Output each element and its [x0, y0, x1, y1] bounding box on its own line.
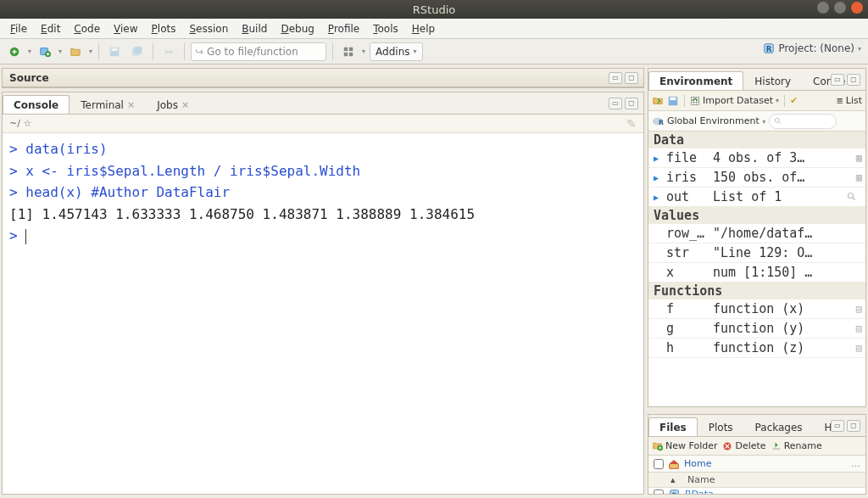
- environment-content[interactable]: Data ▶file 4 obs. of 3… ▦ ▶iris 150 obs.…: [648, 131, 865, 406]
- list-mode-button[interactable]: ≣ List: [836, 95, 862, 106]
- close-icon[interactable]: ×: [181, 99, 189, 110]
- env-min-icon[interactable]: ▭: [831, 74, 844, 86]
- source-min-icon[interactable]: ▭: [609, 72, 622, 84]
- menu-build[interactable]: Build: [236, 20, 272, 37]
- env-row-h[interactable]: h function (z) ▤: [648, 339, 865, 358]
- minimize-button[interactable]: [817, 2, 829, 14]
- env-row-f[interactable]: f function (x) ▤: [648, 299, 865, 319]
- scope-selector[interactable]: Global Environment ▾: [667, 115, 765, 126]
- tools-grid-button[interactable]: [339, 42, 358, 61]
- svg-rect-4: [112, 48, 118, 51]
- env-row-out[interactable]: ▶out List of 1: [648, 187, 865, 207]
- grid-icon[interactable]: ▦: [847, 171, 862, 183]
- svg-rect-13: [349, 52, 353, 55]
- env-row-str[interactable]: str "Line 129: O…: [648, 243, 865, 263]
- env-row-g[interactable]: g function (y) ▤: [648, 319, 865, 339]
- env-row-file[interactable]: ▶file 4 obs. of 3… ▦: [648, 148, 865, 168]
- env-max-icon[interactable]: ▢: [847, 74, 860, 86]
- svg-rect-11: [349, 47, 353, 50]
- env-row-x[interactable]: x num [1:150] …: [648, 263, 865, 283]
- console-max-icon[interactable]: ▢: [625, 98, 638, 109]
- new-project-button[interactable]: [36, 42, 54, 61]
- console-output[interactable]: > data(iris) > x <- iris$Sepal.Length / …: [3, 133, 643, 494]
- addins-label: Addins: [376, 46, 409, 58]
- import-dataset-button[interactable]: Import Dataset ▾: [690, 95, 779, 106]
- maximize-button[interactable]: [834, 2, 846, 14]
- file-name: RData: [685, 489, 714, 494]
- new-file-button[interactable]: [5, 42, 24, 61]
- file-row[interactable]: R RData: [648, 488, 865, 494]
- close-icon[interactable]: ×: [127, 99, 135, 110]
- svg-text:R: R: [766, 45, 772, 53]
- save-all-button[interactable]: [128, 42, 147, 61]
- menubar: File Edit Code View Plots Session Build …: [0, 19, 868, 39]
- expand-icon[interactable]: ▶: [654, 154, 664, 163]
- svg-rect-17: [670, 97, 676, 100]
- menu-file[interactable]: File: [5, 20, 32, 37]
- project-menu[interactable]: R Project: (None) ▾: [763, 42, 861, 54]
- inspect-icon[interactable]: [847, 192, 862, 202]
- cursor: [25, 229, 26, 244]
- source-icon[interactable]: ▤: [847, 342, 862, 354]
- save-button[interactable]: [105, 42, 124, 61]
- console-min-icon[interactable]: ▭: [609, 98, 622, 109]
- select-all-checkbox[interactable]: [654, 459, 664, 469]
- menu-help[interactable]: Help: [407, 20, 440, 37]
- svg-rect-12: [344, 52, 348, 55]
- menu-plots[interactable]: Plots: [147, 20, 181, 37]
- tab-console[interactable]: Console: [3, 95, 70, 114]
- delete-button[interactable]: Delete: [722, 440, 765, 451]
- source-max-icon[interactable]: ▢: [625, 72, 638, 84]
- more-icon[interactable]: …: [851, 458, 860, 469]
- clear-env-icon[interactable]: ✔: [790, 95, 798, 106]
- env-row-iris[interactable]: ▶iris 150 obs. of… ▦: [648, 168, 865, 187]
- tab-plots[interactable]: Plots: [698, 417, 744, 436]
- menu-debug[interactable]: Debug: [275, 20, 319, 37]
- open-file-button[interactable]: [66, 42, 85, 61]
- environment-toolbar: Import Dataset ▾ ✔ ≣ List: [648, 91, 865, 111]
- files-max-icon[interactable]: ▢: [847, 420, 860, 432]
- addins-menu[interactable]: Addins ▾: [370, 42, 422, 61]
- svg-rect-6: [135, 46, 142, 53]
- environment-tabs: Environment History Conne ▭ ▢: [648, 69, 865, 91]
- source-icon[interactable]: ▤: [847, 322, 862, 334]
- env-row-row[interactable]: row_… "/home/dataf…: [648, 224, 865, 243]
- load-workspace-icon[interactable]: [652, 95, 664, 107]
- menu-session[interactable]: Session: [184, 20, 233, 37]
- files-list[interactable]: R RData: [648, 488, 865, 494]
- files-table-header: ▴ Name: [648, 473, 865, 488]
- clear-console-icon[interactable]: ✎: [626, 117, 637, 131]
- grid-icon[interactable]: ▦: [847, 152, 862, 164]
- env-section-data: Data: [648, 131, 865, 148]
- tab-packages[interactable]: Packages: [744, 417, 814, 436]
- go-to-file-function-input[interactable]: ↪ Go to file/function: [191, 42, 326, 61]
- rename-button[interactable]: Rename: [771, 440, 822, 451]
- save-workspace-icon[interactable]: [667, 95, 679, 107]
- home-icon[interactable]: [668, 458, 680, 470]
- col-name[interactable]: Name: [687, 474, 715, 485]
- project-label: Project: (None): [778, 42, 854, 54]
- close-button[interactable]: [851, 2, 863, 14]
- expand-icon[interactable]: ▶: [654, 193, 664, 202]
- console-line: > x <- iris$Sepal.Length / iris$Sepal.Wi…: [9, 160, 637, 182]
- tab-history[interactable]: History: [743, 71, 802, 90]
- menu-code[interactable]: Code: [69, 20, 105, 37]
- tab-environment[interactable]: Environment: [648, 71, 743, 90]
- files-min-icon[interactable]: ▭: [831, 420, 844, 432]
- menu-view[interactable]: View: [108, 20, 142, 37]
- tab-jobs[interactable]: Jobs×: [146, 95, 200, 114]
- menu-profile[interactable]: Profile: [323, 20, 364, 37]
- env-search-input[interactable]: [769, 114, 837, 129]
- tab-files[interactable]: Files: [648, 417, 698, 436]
- tab-terminal[interactable]: Terminal×: [70, 95, 146, 114]
- menu-tools[interactable]: Tools: [368, 20, 403, 37]
- files-tabs: Files Plots Packages Hel ▭ ▢: [648, 415, 865, 437]
- expand-icon[interactable]: ▶: [654, 173, 664, 182]
- crumb-home[interactable]: Home: [684, 458, 711, 469]
- new-folder-button[interactable]: New Folder: [652, 440, 717, 451]
- file-checkbox[interactable]: [654, 490, 664, 495]
- print-button[interactable]: [159, 42, 178, 61]
- menu-edit[interactable]: Edit: [36, 20, 65, 37]
- source-icon[interactable]: ▤: [847, 303, 862, 315]
- titlebar: RStudio: [0, 0, 868, 19]
